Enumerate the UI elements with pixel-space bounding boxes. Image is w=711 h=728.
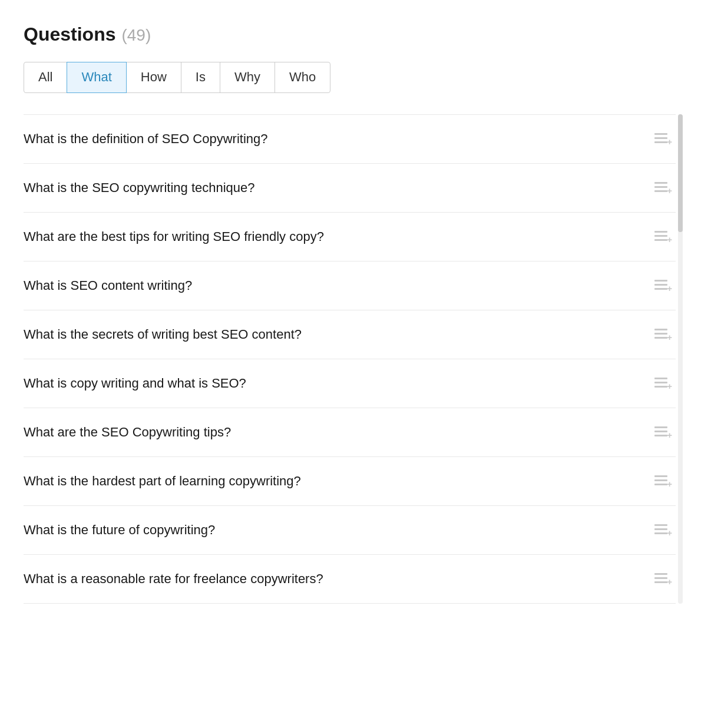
- question-text: What is the SEO copywriting technique?: [24, 180, 654, 196]
- add-to-list-icon[interactable]: +: [654, 280, 671, 292]
- tab-who[interactable]: Who: [275, 62, 330, 93]
- tab-how[interactable]: How: [126, 62, 181, 93]
- add-to-list-icon[interactable]: +: [654, 524, 671, 536]
- list-item[interactable]: What are the best tips for writing SEO f…: [24, 213, 676, 262]
- add-to-list-icon[interactable]: +: [654, 329, 671, 340]
- add-to-list-icon[interactable]: +: [654, 426, 671, 438]
- scrollbar-thumb: [678, 114, 683, 232]
- tab-why[interactable]: Why: [220, 62, 275, 93]
- question-text: What are the SEO Copywriting tips?: [24, 425, 654, 440]
- add-to-list-icon[interactable]: +: [654, 133, 671, 145]
- question-text: What is the future of copywriting?: [24, 522, 654, 538]
- list-item[interactable]: What is a reasonable rate for freelance …: [24, 555, 676, 604]
- list-item[interactable]: What are the SEO Copywriting tips? +: [24, 408, 676, 457]
- question-text: What are the best tips for writing SEO f…: [24, 229, 654, 244]
- list-item[interactable]: What is SEO content writing? +: [24, 262, 676, 310]
- page-header: Questions (49): [24, 24, 676, 45]
- question-count: (49): [121, 26, 151, 45]
- scrollbar-track: [678, 114, 683, 604]
- page-container: Questions (49) All What How Is Why Who W…: [24, 24, 676, 604]
- question-text: What is the hardest part of learning cop…: [24, 474, 654, 489]
- questions-scroll-wrapper: What is the definition of SEO Copywritin…: [24, 114, 676, 604]
- list-item[interactable]: What is the hardest part of learning cop…: [24, 457, 676, 506]
- list-item[interactable]: What is the future of copywriting? +: [24, 506, 676, 555]
- question-text: What is copy writing and what is SEO?: [24, 376, 654, 391]
- question-text: What is a reasonable rate for freelance …: [24, 571, 654, 587]
- filter-tab-bar: All What How Is Why Who: [24, 62, 676, 93]
- list-item[interactable]: What is copy writing and what is SEO? +: [24, 359, 676, 408]
- tab-what[interactable]: What: [67, 62, 126, 93]
- add-to-list-icon[interactable]: +: [654, 378, 671, 389]
- question-text: What is the definition of SEO Copywritin…: [24, 131, 654, 147]
- tab-is[interactable]: Is: [181, 62, 220, 93]
- list-item[interactable]: What is the definition of SEO Copywritin…: [24, 114, 676, 164]
- add-to-list-icon[interactable]: +: [654, 231, 671, 243]
- add-to-list-icon[interactable]: +: [654, 573, 671, 585]
- add-to-list-icon[interactable]: +: [654, 182, 671, 194]
- question-text: What is the secrets of writing best SEO …: [24, 327, 654, 342]
- add-to-list-icon[interactable]: +: [654, 475, 671, 487]
- list-item[interactable]: What is the secrets of writing best SEO …: [24, 310, 676, 359]
- questions-list[interactable]: What is the definition of SEO Copywritin…: [24, 114, 676, 604]
- tab-all[interactable]: All: [24, 62, 67, 93]
- list-item[interactable]: What is the SEO copywriting technique? +: [24, 164, 676, 213]
- question-text: What is SEO content writing?: [24, 278, 654, 293]
- page-title: Questions: [24, 24, 115, 45]
